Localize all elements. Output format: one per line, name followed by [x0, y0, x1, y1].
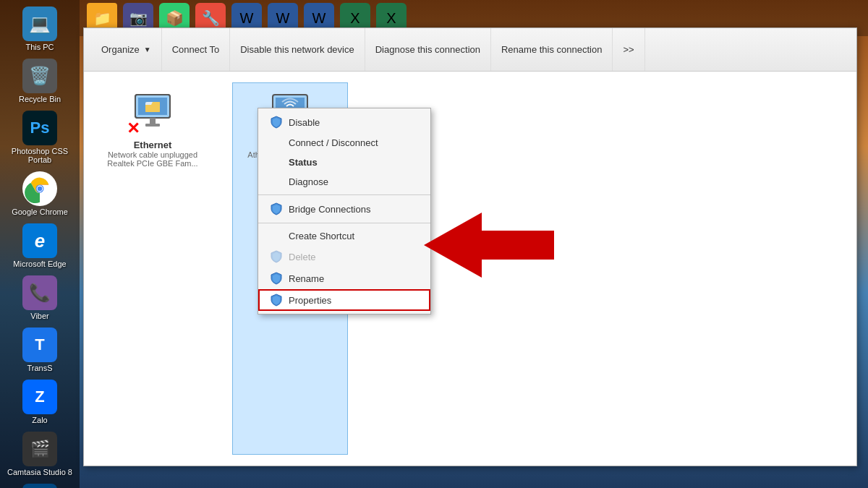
- ethernet-driver: Realtek PCIe GBE Fam...: [107, 159, 197, 168]
- ethernet-icon-wrapper: ✕: [129, 89, 176, 135]
- chrome-icon: [22, 171, 57, 206]
- menu-label-bridge: Bridge Connections: [289, 204, 370, 215]
- taskbar-item-teamviewer[interactable]: TV TeamViewer: [4, 481, 76, 488]
- shield-icon-delete: [270, 250, 283, 263]
- menu-label-rename: Rename: [289, 273, 324, 284]
- menu-item-delete: Delete: [258, 246, 430, 267]
- disable-button[interactable]: Disable this network device: [230, 28, 365, 71]
- shield-icon-disable: [270, 116, 283, 129]
- organize-label: Organize: [101, 44, 140, 55]
- svg-rect-8: [145, 124, 160, 127]
- svg-rect-7: [150, 118, 156, 124]
- photoshop-label: Photoshop CSS Portab: [7, 147, 73, 164]
- viber-icon: 📞: [22, 275, 57, 310]
- more-button[interactable]: >>: [613, 28, 644, 71]
- diagnose-label: Diagnose this connection: [375, 44, 480, 55]
- this-pc-icon: 💻: [22, 7, 57, 41]
- chrome-label: Google Chrome: [12, 207, 68, 216]
- menu-separator-1: [258, 194, 430, 195]
- taskbar-item-recycle[interactable]: 🗑️ Recycle Bin: [4, 56, 76, 106]
- menu-item-properties[interactable]: Properties: [258, 289, 430, 311]
- ethernet-error-icon: ✕: [127, 121, 140, 137]
- taskbar-item-chrome[interactable]: Google Chrome: [4, 168, 76, 219]
- ethernet-status: Network cable unplugged: [108, 150, 197, 159]
- taskbar-item-camtasia[interactable]: 🎬 Camtasia Studio 8: [4, 429, 76, 479]
- taskbar-left: 💻 This PC 🗑️ Recycle Bin Ps Photoshop CS…: [0, 0, 80, 488]
- camtasia-icon: 🎬: [22, 432, 57, 466]
- zalo-icon: Z: [22, 380, 57, 414]
- more-label: >>: [623, 44, 634, 55]
- menu-item-create-shortcut[interactable]: Create Shortcut: [258, 226, 430, 246]
- menu-item-status[interactable]: Status: [258, 153, 430, 172]
- taskbar-item-trans[interactable]: T TransS: [4, 325, 76, 375]
- shield-icon-bridge: [270, 202, 283, 215]
- svg-marker-15: [424, 213, 554, 278]
- toolbar: Organize ▼ Connect To Disable this netwo…: [84, 28, 856, 72]
- connect-to-button[interactable]: Connect To: [162, 28, 231, 71]
- organize-chevron: ▼: [144, 46, 151, 53]
- camtasia-label: Camtasia Studio 8: [7, 468, 72, 476]
- edge-label: Microsoft Edge: [13, 260, 66, 268]
- rename-button[interactable]: Rename this connection: [491, 28, 613, 71]
- content-area: ✕ Ethernet Network cable unplugged Realt…: [84, 72, 856, 466]
- zalo-label: Zalo: [32, 416, 47, 424]
- taskbar-item-viber[interactable]: 📞 Viber: [4, 273, 76, 323]
- menu-label-create-shortcut: Create Shortcut: [289, 231, 354, 241]
- menu-label-disable: Disable: [289, 117, 320, 128]
- trans-icon: T: [22, 328, 57, 362]
- menu-item-bridge[interactable]: Bridge Connections: [258, 198, 430, 220]
- organize-button[interactable]: Organize ▼: [91, 28, 162, 71]
- recycle-icon: 🗑️: [22, 59, 57, 93]
- menu-label-delete: Delete: [289, 252, 316, 262]
- recycle-label: Recycle Bin: [19, 95, 61, 103]
- rename-label: Rename this connection: [501, 44, 602, 55]
- diagnose-button[interactable]: Diagnose this connection: [365, 28, 491, 71]
- menu-label-connect-disconnect: Connect / Disconnect: [289, 137, 378, 148]
- context-menu: Disable Connect / Disconnect Status Diag…: [258, 108, 431, 314]
- shield-icon-properties: [270, 294, 283, 307]
- red-arrow-annotation: [424, 213, 554, 281]
- edge-icon: e: [22, 223, 57, 258]
- taskbar-item-photoshop[interactable]: Ps Photoshop CSS Portab: [4, 108, 76, 167]
- taskbar-item-this-pc[interactable]: 💻 This PC: [4, 4, 76, 54]
- connect-to-label: Connect To: [172, 44, 220, 55]
- ethernet-name: Ethernet: [134, 140, 172, 150]
- photoshop-icon: Ps: [22, 111, 57, 145]
- disable-label: Disable this network device: [240, 44, 354, 55]
- menu-item-connect-disconnect[interactable]: Connect / Disconnect: [258, 133, 430, 153]
- taskbar-item-zalo[interactable]: Z Zalo: [4, 377, 76, 427]
- menu-item-diagnose[interactable]: Diagnose: [258, 172, 430, 192]
- ethernet-adapter[interactable]: ✕ Ethernet Network cable unplugged Realt…: [95, 82, 210, 455]
- menu-item-disable[interactable]: Disable: [258, 111, 430, 133]
- menu-label-status: Status: [289, 157, 318, 168]
- menu-label-diagnose: Diagnose: [289, 176, 328, 187]
- menu-separator-2: [258, 223, 430, 223]
- trans-label: TransS: [27, 364, 52, 372]
- network-connections-window: Organize ▼ Connect To Disable this netwo…: [83, 27, 857, 466]
- this-pc-label: This PC: [25, 43, 54, 51]
- taskbar-item-edge[interactable]: e Microsoft Edge: [4, 221, 76, 271]
- menu-label-properties: Properties: [289, 295, 331, 306]
- svg-point-3: [38, 187, 43, 192]
- viber-label: Viber: [30, 312, 48, 320]
- menu-item-rename[interactable]: Rename: [258, 267, 430, 289]
- teamviewer-icon: TV: [22, 484, 57, 488]
- shield-icon-rename: [270, 272, 283, 285]
